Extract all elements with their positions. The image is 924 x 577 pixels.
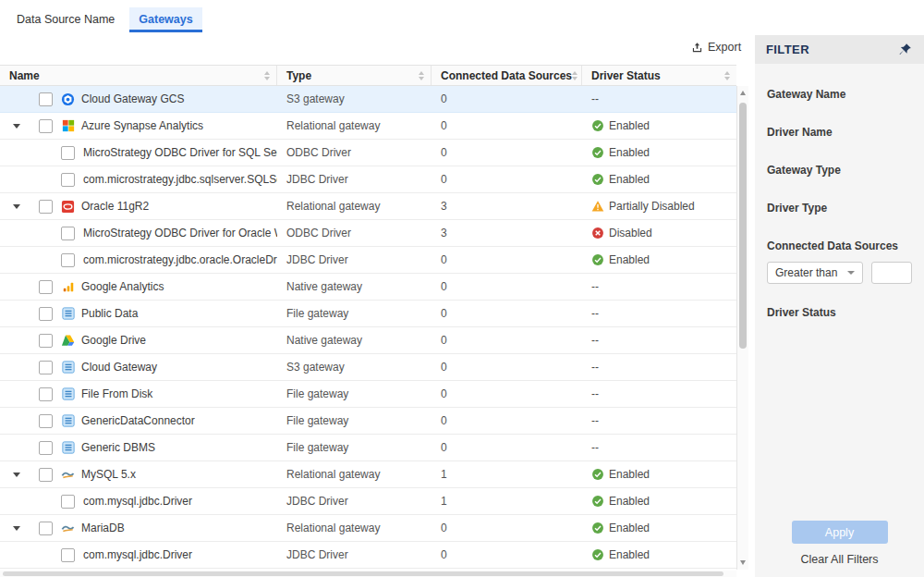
driver-status-cell: Enabled bbox=[582, 522, 736, 534]
expand-arrow-icon[interactable] bbox=[11, 124, 39, 129]
row-name: com.mysql.jdbc.Driver bbox=[83, 495, 192, 508]
row-checkbox[interactable] bbox=[39, 468, 53, 482]
status-label: Enabled bbox=[609, 146, 650, 159]
status-label: -- bbox=[591, 414, 599, 427]
table-row[interactable]: com.microstrategy.jdbc.oracle.OracleDriv… bbox=[0, 247, 736, 274]
column-header-name[interactable]: Name bbox=[0, 66, 277, 85]
comparison-operator-select[interactable]: Greater than bbox=[767, 262, 863, 284]
row-checkbox[interactable] bbox=[39, 441, 53, 455]
row-checkbox[interactable] bbox=[39, 200, 53, 214]
apply-button[interactable]: Apply bbox=[792, 521, 888, 544]
status-enabled-icon bbox=[591, 495, 604, 508]
type-cell: File gateway bbox=[277, 441, 432, 454]
row-checkbox[interactable] bbox=[61, 173, 75, 187]
driver-status-cell: -- bbox=[582, 387, 736, 400]
database-icon bbox=[61, 441, 75, 455]
table-row[interactable]: com.mysql.jdbc.DriverJDBC Driver0Enabled bbox=[0, 542, 736, 569]
name-cell: File From Disk bbox=[0, 387, 277, 401]
row-checkbox[interactable] bbox=[39, 522, 53, 535]
clear-all-filters-link[interactable]: Clear All Filters bbox=[755, 553, 924, 566]
tab-data-source-name[interactable]: Data Source Name bbox=[7, 7, 124, 32]
filter-label-driver-status: Driver Status bbox=[767, 306, 836, 319]
row-name: com.mysql.jdbc.Driver bbox=[83, 548, 192, 561]
table-row[interactable]: Google AnalyticsNative gateway0-- bbox=[0, 274, 736, 301]
driver-status-cell: Enabled bbox=[582, 468, 736, 481]
table-row[interactable]: MicroStrategy ODBC Driver for Oracle Wir… bbox=[0, 220, 736, 247]
sort-icon[interactable] bbox=[419, 71, 424, 80]
expand-arrow-icon[interactable] bbox=[11, 526, 39, 531]
sort-icon[interactable] bbox=[724, 71, 730, 80]
connected-data-sources-cell: 1 bbox=[432, 468, 582, 481]
sort-icon[interactable] bbox=[264, 71, 270, 80]
row-checkbox[interactable] bbox=[61, 227, 75, 240]
row-checkbox[interactable] bbox=[39, 119, 53, 133]
name-cell: GenericDataConnector bbox=[0, 414, 277, 428]
status-disabled-icon bbox=[591, 227, 604, 239]
expand-arrow-icon[interactable] bbox=[11, 204, 39, 209]
column-header-type[interactable]: Type bbox=[277, 66, 432, 85]
horizontal-scrollbar[interactable] bbox=[0, 571, 736, 577]
row-name: MicroStrategy ODBC Driver for SQL Serv..… bbox=[83, 146, 277, 159]
row-name: GenericDataConnector bbox=[81, 414, 195, 427]
column-header-connected-data-sources[interactable]: Connected Data Sources bbox=[432, 66, 582, 85]
pin-icon[interactable] bbox=[898, 43, 913, 57]
name-cell: com.mysql.jdbc.Driver bbox=[0, 548, 277, 562]
table-row[interactable]: Oracle 11gR2Relational gateway3Partially… bbox=[0, 193, 736, 220]
row-checkbox[interactable] bbox=[39, 307, 53, 321]
row-checkbox[interactable] bbox=[39, 92, 53, 106]
name-cell: Azure Synapse Analytics bbox=[0, 119, 277, 133]
table-row[interactable]: MariaDBRelational gateway0Enabled bbox=[0, 515, 736, 542]
type-cell: Relational gateway bbox=[277, 522, 432, 534]
table-row[interactable]: GenericDataConnectorFile gateway0-- bbox=[0, 408, 736, 435]
scrollbar-thumb[interactable] bbox=[739, 103, 747, 349]
connected-data-sources-cell: 0 bbox=[432, 522, 582, 534]
connected-data-sources-value-input[interactable] bbox=[871, 262, 912, 284]
export-label: Export bbox=[708, 41, 741, 54]
row-checkbox[interactable] bbox=[39, 361, 53, 374]
status-label: -- bbox=[591, 280, 599, 293]
name-cell: com.microstrategy.jdbc.sqlserver.SQLServ… bbox=[0, 173, 277, 187]
scrollbar-thumb[interactable] bbox=[3, 571, 723, 576]
status-label: -- bbox=[591, 441, 599, 454]
table-row[interactable]: Public DataFile gateway0-- bbox=[0, 301, 736, 327]
row-checkbox[interactable] bbox=[61, 146, 75, 160]
export-button[interactable]: Export bbox=[691, 41, 741, 54]
filter-header: FILTER bbox=[755, 35, 924, 64]
row-checkbox[interactable] bbox=[39, 334, 53, 348]
export-icon bbox=[691, 42, 703, 54]
name-cell: Google Analytics bbox=[0, 280, 277, 294]
row-checkbox[interactable] bbox=[39, 387, 53, 401]
row-checkbox[interactable] bbox=[61, 253, 75, 267]
status-label: Enabled bbox=[609, 522, 650, 534]
expand-arrow-icon[interactable] bbox=[11, 473, 39, 477]
table-row[interactable]: MySQL 5.xRelational gateway1Enabled bbox=[0, 461, 736, 488]
sort-icon[interactable] bbox=[572, 71, 578, 80]
table-row[interactable]: Generic DBMSFile gateway0-- bbox=[0, 435, 736, 461]
column-header-driver-status[interactable]: Driver Status bbox=[582, 66, 736, 85]
table-row[interactable]: MicroStrategy ODBC Driver for SQL Serv..… bbox=[0, 140, 736, 166]
row-checkbox[interactable] bbox=[39, 280, 53, 294]
type-cell: Relational gateway bbox=[277, 200, 432, 213]
table-header: Name Type Connected Data Sources Driver … bbox=[0, 65, 736, 86]
table-row[interactable]: Cloud GatewayS3 gateway0-- bbox=[0, 354, 736, 381]
mariadb-icon bbox=[61, 522, 75, 535]
tab-gateways[interactable]: Gateways bbox=[129, 7, 201, 32]
table-row[interactable]: com.mysql.jdbc.DriverJDBC Driver1Enabled bbox=[0, 488, 736, 515]
table-row[interactable]: Cloud Gateway GCSS3 gateway0-- bbox=[0, 86, 736, 113]
table-row[interactable]: Google DriveNative gateway0-- bbox=[0, 327, 736, 354]
driver-status-cell: Enabled bbox=[582, 173, 736, 186]
table-row[interactable]: File From DiskFile gateway0-- bbox=[0, 381, 736, 408]
filter-label-driver-name: Driver Name bbox=[767, 126, 833, 139]
table-row[interactable]: com.microstrategy.jdbc.sqlserver.SQLServ… bbox=[0, 166, 736, 193]
status-label: -- bbox=[591, 334, 599, 347]
row-checkbox[interactable] bbox=[61, 495, 75, 509]
row-checkbox[interactable] bbox=[61, 548, 75, 562]
driver-status-cell: -- bbox=[582, 280, 736, 293]
vertical-scrollbar[interactable] bbox=[736, 86, 748, 570]
table-row[interactable]: Azure Synapse AnalyticsRelational gatewa… bbox=[0, 113, 736, 140]
row-checkbox[interactable] bbox=[39, 414, 53, 428]
type-cell: File gateway bbox=[277, 387, 432, 400]
scroll-up-icon[interactable] bbox=[740, 91, 746, 95]
row-name: Public Data bbox=[81, 307, 138, 320]
scroll-down-icon[interactable] bbox=[740, 560, 746, 565]
